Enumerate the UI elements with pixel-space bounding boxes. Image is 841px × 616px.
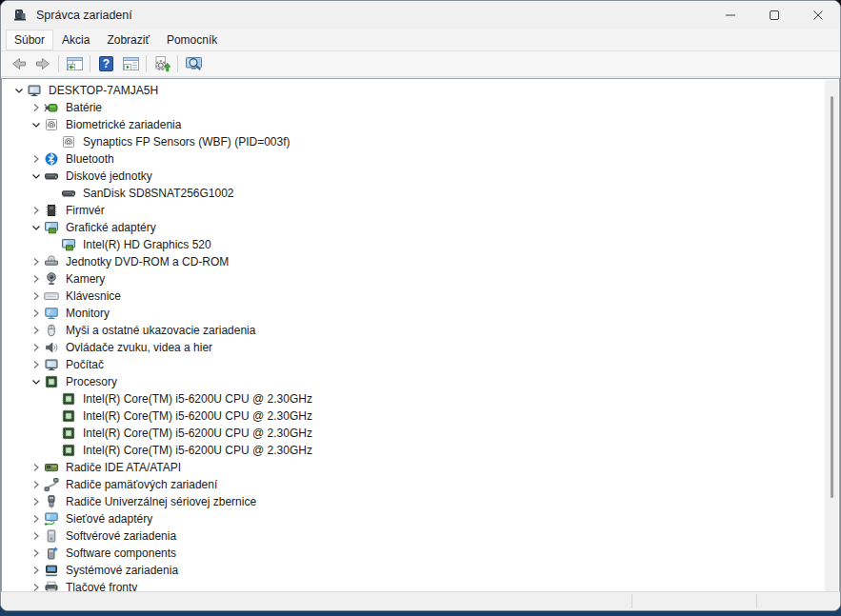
tree-item[interactable]: Intel(R) Core(TM) i5-6200U CPU @ 2.30GHz (2, 442, 839, 459)
tree-item-label: Biometrické zariadenia (64, 118, 183, 131)
chevron-right-icon[interactable] (29, 100, 44, 115)
tree-item[interactable]: Intel(R) Core(TM) i5-6200U CPU @ 2.30GHz (2, 425, 839, 442)
tree-item[interactable]: Synaptics FP Sensors (WBF) (PID=003f) (2, 133, 839, 150)
scan-hardware-changes-button[interactable] (150, 53, 174, 75)
tree-item[interactable]: Počítač (2, 356, 839, 373)
vertical-scrollbar[interactable] (825, 80, 838, 591)
tree-item[interactable]: Grafické adaptéry (2, 219, 839, 236)
chevron-down-icon[interactable] (29, 220, 44, 235)
fingerprint-icon (61, 134, 76, 149)
tree-item[interactable]: Diskové jednotky (2, 168, 839, 185)
scrollbar-thumb[interactable] (831, 96, 833, 498)
chevron-right-icon[interactable] (29, 357, 44, 372)
monitor-icon (44, 306, 59, 321)
chevron-right-icon[interactable] (29, 203, 44, 218)
back-arrow-icon (10, 55, 28, 72)
tree-item[interactable]: SanDisk SD8SNAT256G1002 (2, 185, 839, 202)
tree-item[interactable]: Biometrické zariadenia (2, 116, 839, 133)
tree-item[interactable]: Systémové zariadenia (2, 562, 839, 579)
chevron-right-icon[interactable] (29, 546, 44, 561)
chevron-down-icon[interactable] (29, 117, 44, 132)
tree-item-label: Synaptics FP Sensors (WBF) (PID=003f) (81, 135, 292, 149)
tree-item[interactable]: Ovládače zvuku, videa a hier (2, 339, 839, 356)
storage-controller-icon (44, 477, 59, 492)
chevron-right-icon[interactable] (29, 477, 44, 492)
window-title: Správca zariadení (36, 9, 132, 22)
camera-icon (44, 271, 59, 287)
chevron-right-icon[interactable] (29, 340, 44, 355)
tree-item-label: Intel(R) Core(TM) i5-6200U CPU @ 2.30GHz (81, 444, 314, 457)
close-button[interactable] (796, 1, 840, 30)
status-bar-divider (631, 594, 632, 608)
menu-bar: Súbor Akcia Zobraziť Pomocník (1, 30, 840, 51)
tree-item[interactable]: Batérie (2, 99, 839, 116)
tree-item[interactable]: Bluetooth (2, 150, 839, 168)
tree-item[interactable]: Kamery (2, 270, 839, 288)
chevron-down-icon[interactable] (29, 374, 44, 389)
tree-item[interactable]: Radiče IDE ATA/ATAPI (2, 459, 839, 476)
status-bar (1, 591, 840, 610)
tree-item[interactable]: Procesory (2, 373, 839, 390)
chevron-right-icon[interactable] (29, 306, 44, 321)
back-arrow-button[interactable] (6, 53, 30, 75)
chevron-right-icon[interactable] (29, 528, 44, 544)
toolbar-separator (177, 55, 178, 72)
chevron-right-icon[interactable] (29, 511, 44, 527)
chevron-down-icon[interactable] (29, 169, 44, 184)
audio-controller-icon (44, 340, 59, 355)
tree-item-label: Radiče IDE ATA/ATAPI (64, 461, 183, 474)
chevron-right-icon[interactable] (29, 563, 44, 578)
forward-arrow-button[interactable] (30, 53, 55, 75)
tree-item-label: Grafické adaptéry (64, 221, 158, 234)
tree-item-label: Diskové jednotky (64, 169, 154, 183)
tree-item[interactable]: Sieťové adaptéry (2, 510, 839, 527)
chevron-right-icon[interactable] (29, 271, 44, 287)
tree-item[interactable]: Intel(R) Core(TM) i5-6200U CPU @ 2.30GHz (2, 407, 839, 425)
tree-item[interactable]: Software components (2, 545, 839, 562)
chevron-down-icon[interactable] (11, 83, 27, 98)
chevron-right-icon[interactable] (29, 323, 44, 338)
tree-item-label: Firmvér (64, 204, 107, 217)
menu-item-pomocnik[interactable]: Pomocník (158, 30, 226, 50)
tree-item[interactable]: Jednotky DVD-ROM a CD-ROM (2, 253, 839, 270)
tree-item[interactable]: Softvérové zariadenia (2, 527, 839, 545)
minimize-button[interactable] (709, 1, 752, 30)
chevron-right-icon[interactable] (29, 288, 44, 304)
network-adapter-icon (44, 511, 59, 527)
chevron-spacer (46, 186, 61, 201)
chevron-right-icon[interactable] (29, 151, 44, 167)
action-pane-icon (122, 55, 140, 72)
tree-item[interactable]: Klávesnice (2, 288, 839, 305)
tree-item-label: Bluetooth (64, 152, 116, 166)
tree-item[interactable]: Firmvér (2, 202, 839, 219)
action-pane-button[interactable] (118, 53, 143, 75)
tree-item[interactable]: Intel(R) HD Graphics 520 (2, 236, 839, 253)
tree-item[interactable]: Monitory (2, 305, 839, 322)
tree-item-label: Batérie (64, 101, 104, 114)
chevron-right-icon[interactable] (29, 494, 44, 509)
tree-item[interactable]: Myši a ostatné ukazovacie zariadenia (2, 322, 839, 339)
tree-item-label: SanDisk SD8SNAT256G1002 (81, 187, 236, 200)
tree-item-label: Kamery (64, 272, 107, 286)
device-search-button[interactable] (181, 53, 206, 75)
tree-item[interactable]: Radiče Univerzálnej sériovej zbernice (2, 493, 839, 510)
chevron-right-icon[interactable] (29, 460, 44, 475)
minimize-icon (726, 10, 735, 20)
console-tree-toggle-button[interactable] (62, 53, 87, 75)
tree-item-label: Klávesnice (64, 289, 123, 303)
tree-item[interactable]: Radiče pamäťových zariadení (2, 476, 839, 493)
menu-item-subor[interactable]: Súbor (6, 30, 53, 50)
tree-item-label: Systémové zariadenia (64, 564, 180, 577)
maximize-button[interactable] (752, 1, 796, 30)
tree-item-label: Myši a ostatné ukazovacie zariadenia (64, 324, 257, 337)
chevron-spacer (46, 134, 61, 149)
tree-item[interactable]: Intel(R) Core(TM) i5-6200U CPU @ 2.30GHz (2, 390, 839, 407)
chevron-right-icon[interactable] (29, 254, 44, 269)
tree-item-label: Procesory (64, 375, 119, 388)
help-button[interactable]: ? (93, 53, 118, 75)
menu-item-akcia[interactable]: Akcia (53, 30, 98, 50)
tree-item-label: Intel(R) HD Graphics 520 (81, 238, 213, 251)
tree-item[interactable]: DESKTOP-7AMJA5H (2, 82, 839, 99)
menu-item-zobrazit[interactable]: Zobraziť (98, 30, 158, 50)
status-bar-divider (756, 594, 757, 608)
